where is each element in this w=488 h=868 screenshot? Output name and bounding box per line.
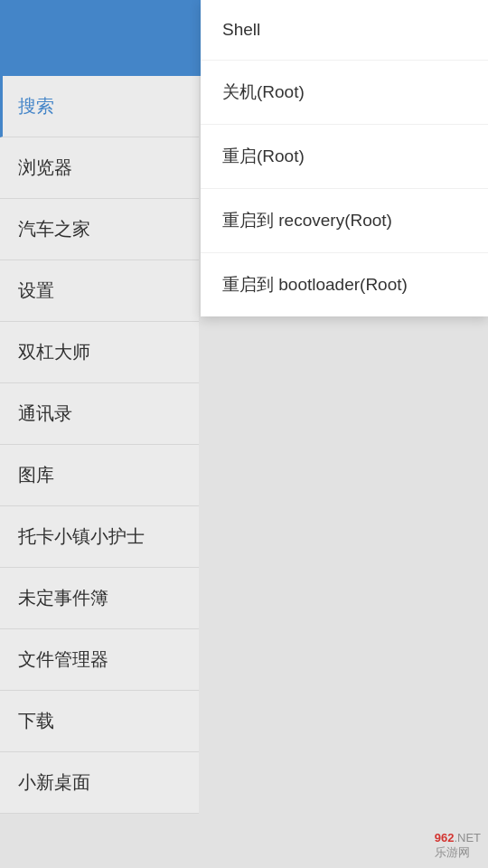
dropdown-item-recovery[interactable]: 重启到 recovery(Root) [201, 189, 488, 253]
dropdown-item-bootloader[interactable]: 重启到 bootloader(Root) [201, 253, 488, 316]
dropdown-item-shell[interactable]: Shell [201, 0, 488, 61]
dropdown-item-shutdown[interactable]: 关机(Root) [201, 61, 488, 125]
dropdown-menu: Shell关机(Root)重启(Root)重启到 recovery(Root)重… [201, 0, 488, 316]
dropdown-item-reboot[interactable]: 重启(Root) [201, 125, 488, 189]
